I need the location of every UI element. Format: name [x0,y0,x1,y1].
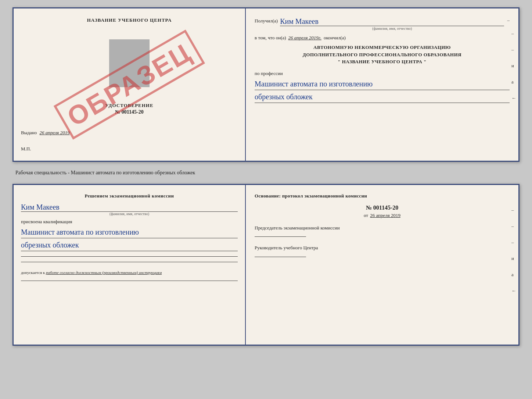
vydano-date: 26 апреля 2019 [40,130,70,135]
fio-hint-top: (фамилия, имя, отчество) [280,26,504,31]
mp-block: М.П. [21,146,238,152]
fio-hint-bottom: (фамилия, имя, отчество) [21,212,238,216]
org-block: АВТОНОМНУЮ НЕКОММЕРЧЕСКУЮ ОРГАНИЗАЦИЮ ДО… [255,44,510,65]
side-dashes-bottom: – – – и а ← [511,207,516,294]
top-card-right: Получил(а) Ким Макеев (фамилия, имя, отч… [246,8,518,161]
а-label-bottom: а [511,272,516,278]
poluchil-label: Получил(а) [255,17,278,24]
side-dashes-top: – – и а ← [511,31,516,101]
udost-label: УДОСТОВЕРЕНИЕ [105,103,153,108]
vtom-row: в том, что он(а) 26 апреля 2019г. окончи… [255,35,510,41]
osnovanie-label: Основание: протокол экзаменационной коми… [255,193,367,199]
osnovanie-block: Основание: протокол экзаменационной коми… [255,192,510,200]
dash2-top: – [511,31,516,36]
org-line1: АВТОНОМНУЮ НЕКОММЕРЧЕСКУЮ ОРГАНИЗАЦИЮ [255,44,510,51]
poluchil-name: Ким Макеев (фамилия, имя, отчество) [280,17,504,31]
ot-date-block: от 26 апреля 2019 [255,213,510,218]
profession-line1-top: Машинист автомата по изготовлению [255,78,510,90]
vtom-date: 26 апреля 2019г. [288,35,321,41]
predsedatel-label: Председатель экзаменационной комиссии [255,224,510,232]
dash1-top: – [507,17,510,23]
predsedatel-block: Председатель экзаменационной комиссии [255,224,510,237]
dash3-bottom: – [511,239,516,245]
и-label-bottom: и [511,256,516,261]
resheniem-block: Решением экзаменационной комиссии [21,192,238,200]
rukovoditel-label: Руководитель учебного Центра [255,244,510,252]
rukovoditel-signature-line [255,257,306,257]
protocol-number: № 001145-20 [255,204,510,211]
dash2-bottom: – [511,223,516,229]
okonchil-label: окончил(а) [324,35,346,41]
dopuskaetsya-block: допускается к работе согласно должностны… [21,270,238,276]
org-line3: " НАЗВАНИЕ УЧЕБНОГО ЦЕНТРА " [255,58,510,65]
school-name-top: НАЗВАНИЕ УЧЕБНОГО ЦЕНТРА [87,17,172,23]
arrow-label-top: ← [511,95,516,101]
bottom-document-card: Решением экзаменационной комиссии Ким Ма… [12,184,520,346]
udost-block: УДОСТОВЕРЕНИЕ № 001145-20 [105,103,153,115]
profession-line2-bottom: обрезных обложек [21,239,238,251]
recipient-name-bottom: Ким Макеев [21,203,238,212]
dash3-top: – [511,47,516,53]
predsedatel-signature-line [255,236,306,237]
photo-placeholder [109,39,150,87]
rukovoditel-block: Руководитель учебного Центра [255,244,510,257]
profession-line1-bottom: Машинист автомата по изготовлению [21,226,238,238]
poluchil-row: Получил(а) Ким Макеев (фамилия, имя, отч… [255,17,510,31]
vtom-label: в том, что он(а) [255,35,286,41]
arrow-label-bottom: ← [511,288,516,294]
top-card-left: НАЗВАНИЕ УЧЕБНОГО ЦЕНТРА УДОСТОВЕРЕНИЕ №… [14,8,246,161]
ot-date: 26 апреля 2019 [370,213,400,218]
а-label-top: а [511,79,516,85]
kim-makeev-bottom-wrapper: Ким Макеев (фамилия, имя, отчество) [21,203,238,216]
resheniem-label: Решением экзаменационной комиссии [85,193,174,199]
dopuskaetsya-label: допускается к [21,270,45,275]
vydano-label: Выдано [21,130,37,135]
dopuskaetsya-text: работе согласно должностным (производств… [46,270,162,275]
recipient-name-top: Ким Макеев [280,17,504,26]
org-line2: ДОПОЛНИТЕЛЬНОГО ПРОФЕССИОНАЛЬНОГО ОБРАЗО… [255,51,510,58]
bottom-card-left: Решением экзаменационной комиссии Ким Ма… [14,185,246,345]
top-document-card: НАЗВАНИЕ УЧЕБНОГО ЦЕНТРА УДОСТОВЕРЕНИЕ №… [12,7,520,162]
dash1-bottom: – [511,207,516,213]
middle-text: Рабочая специальность - Машинист автомат… [12,168,520,177]
prisvoyena: присвоена квалификация [21,219,238,225]
udost-number: № 001145-20 [105,109,153,115]
profession-line2-top: обрезных обложек [255,91,510,103]
bottom-card-right: Основание: протокол экзаменационной коми… [246,185,518,345]
ot-label: от [364,213,368,218]
vydano-block: Выдано 26 апреля 2019 [21,130,238,136]
po-professii: по профессии [255,71,510,76]
и-label-top: и [511,63,516,69]
